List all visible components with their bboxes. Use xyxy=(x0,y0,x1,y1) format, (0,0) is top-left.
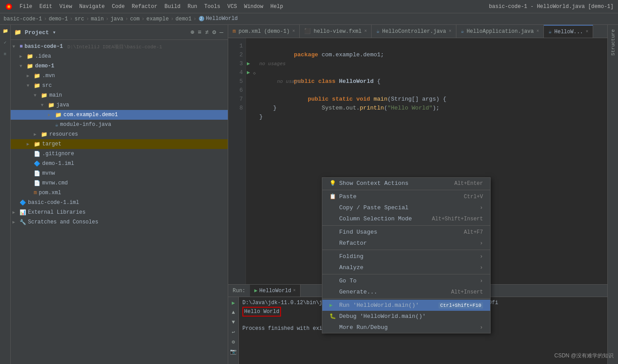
tree-main[interactable]: ▼ 📁 main xyxy=(11,90,228,100)
cm-show-context-actions[interactable]: 💡 Show Context Actions Alt+Enter xyxy=(322,178,490,189)
tree-mvnw[interactable]: ▶ 📄 mvnw xyxy=(11,168,228,178)
tree-target[interactable]: ▶ 📁 target xyxy=(11,139,228,149)
tree-com-example[interactable]: ▶ 📁 com.example.demo1 xyxy=(11,110,228,120)
breadcrumb-item[interactable]: demo1 xyxy=(175,16,191,22)
controller-icon: ☕ xyxy=(376,28,379,35)
camera-icon[interactable]: 📷 xyxy=(230,348,238,356)
tree-pom[interactable]: ▶ m pom.xml xyxy=(11,188,228,198)
menu-navigate[interactable]: Navigate xyxy=(76,3,107,11)
run-line3-icon[interactable]: ▶ xyxy=(247,59,254,68)
cm-paste[interactable]: 📋 Paste Ctrl+V xyxy=(322,191,490,202)
cm-find-usages[interactable]: Find Usages Alt+F7 xyxy=(322,227,490,238)
tab-pom-close[interactable]: × xyxy=(292,29,295,34)
tab-fxml[interactable]: ⬛ hello-view.fxml × xyxy=(300,25,372,38)
cm-copy-paste-special[interactable]: Copy / Paste Special › xyxy=(322,202,490,213)
expand-all-icon[interactable]: ≠ xyxy=(204,28,210,37)
tree-demo1-iml[interactable]: ▶ 🔷 demo-1.iml xyxy=(11,159,228,168)
run-line4-icon[interactable]: ▶◇ xyxy=(247,68,254,77)
menu-tools[interactable]: Tools xyxy=(202,3,223,11)
cm-refactor[interactable]: Refactor › xyxy=(322,238,490,249)
scroll-up-button[interactable]: ▲ xyxy=(230,309,238,317)
debug-icon: 🐛 xyxy=(329,313,337,320)
tab-application[interactable]: ☕ HelloApplication.java × xyxy=(456,25,544,38)
main-layout: 📁 ✓ ≡ 📁 Project ▾ ⊕ ≡ ≠ ⚙ — ▼ ■ basic-co… xyxy=(0,25,618,364)
tree-gitignore[interactable]: ▶ 📄 .gitignore xyxy=(11,149,228,159)
tree-basic-iml[interactable]: ▶ 🔷 basic-code-1.iml xyxy=(11,198,228,207)
project-title: 📁 Project ▾ xyxy=(14,29,56,36)
svg-text:J: J xyxy=(200,17,202,21)
structure-icon[interactable]: Structure xyxy=(608,27,618,58)
project-header: 📁 Project ▾ ⊕ ≡ ≠ ⚙ — xyxy=(11,25,228,40)
menu-file[interactable]: File xyxy=(17,3,35,11)
structure-side-icon[interactable]: ≡ xyxy=(1,50,10,59)
menu-build[interactable]: Build xyxy=(162,3,183,11)
breadcrumb: basic-code-1 › demo-1 › src › main › jav… xyxy=(0,13,618,25)
cm-label: Column Selection Mode xyxy=(339,215,423,222)
cm-debug-main[interactable]: 🐛 Debug 'HelloWorld.main()' xyxy=(322,311,490,322)
breadcrumb-sep: › xyxy=(70,16,73,22)
menu-edit[interactable]: Edit xyxy=(37,3,55,11)
breadcrumb-sep: › xyxy=(142,16,145,22)
commit-icon[interactable]: ✓ xyxy=(1,38,10,47)
menu-window[interactable]: Window xyxy=(242,3,266,11)
bottom-tab-helloworld[interactable]: ▶ HelloWorld × xyxy=(250,285,301,297)
tab-controller[interactable]: ☕ HelloController.java × xyxy=(372,25,456,38)
tree-demo1[interactable]: ▼ 📁 demo-1 xyxy=(11,61,228,71)
tree-java[interactable]: ▼ 📁 java xyxy=(11,100,228,110)
tab-helloworld-close[interactable]: × xyxy=(586,29,588,34)
cm-folding[interactable]: Folding › xyxy=(322,251,490,262)
project-icon[interactable]: 📁 xyxy=(1,27,10,35)
breadcrumb-item[interactable]: main xyxy=(91,16,104,22)
menu-code[interactable]: Code xyxy=(109,3,127,11)
tree-src[interactable]: ▼ 📁 src xyxy=(11,81,228,90)
bottom-tab-close[interactable]: × xyxy=(293,288,296,293)
tree-root[interactable]: ▼ ■ basic-code-1 D:\IntelliJ IDEA项目\basi… xyxy=(11,42,228,51)
watermark: CSDN @没有难学的知识 xyxy=(554,352,614,360)
tab-pom[interactable]: m pom.xml (demo-1) × xyxy=(228,25,300,38)
breadcrumb-item[interactable]: basic-code-1 xyxy=(4,16,42,22)
menu-vcs[interactable]: VCS xyxy=(225,3,240,11)
settings-btn[interactable]: ⚙ xyxy=(230,338,238,346)
tab-controller-close[interactable]: × xyxy=(449,29,452,34)
locate-icon[interactable]: ⊕ xyxy=(190,27,195,37)
application-icon: ☕ xyxy=(461,28,464,35)
breadcrumb-item[interactable]: example xyxy=(147,16,169,22)
menu-run[interactable]: Run xyxy=(185,3,200,11)
bottom-toolbar: ▶ ▲ ▼ ↩ ⚙ 📷 xyxy=(228,297,239,364)
breadcrumb-item[interactable]: java xyxy=(111,16,123,22)
cm-run-main[interactable]: ▶ Run 'HelloWorld.main()' Ctrl+Shift+F10 xyxy=(322,300,490,311)
breadcrumb-sep: › xyxy=(125,16,128,22)
menu-help[interactable]: Help xyxy=(268,3,286,11)
cm-generate[interactable]: Generate... Alt+Insert xyxy=(322,286,490,297)
tree-module-info[interactable]: ▶ ☕ module-info.java xyxy=(11,120,228,129)
breadcrumb-item[interactable]: demo-1 xyxy=(49,16,68,22)
cm-analyze[interactable]: Analyze › xyxy=(322,262,490,273)
cm-shortcut: Alt+Shift+Insert xyxy=(432,216,483,222)
menu-refactor[interactable]: Refactor xyxy=(129,3,160,11)
scroll-down-button[interactable]: ▼ xyxy=(230,318,238,326)
breadcrumb-item[interactable]: src xyxy=(75,16,84,22)
cm-column-selection[interactable]: Column Selection Mode Alt+Shift+Insert xyxy=(322,213,490,224)
tab-application-close[interactable]: × xyxy=(536,29,539,34)
code-line-7: } xyxy=(259,113,603,121)
breadcrumb-item[interactable]: com xyxy=(130,16,140,22)
tab-fxml-close[interactable]: × xyxy=(364,29,367,34)
cm-divider3 xyxy=(322,250,490,250)
collapse-all-icon[interactable]: ≡ xyxy=(197,28,202,37)
cm-more-run-debug[interactable]: More Run/Debug › xyxy=(322,322,490,333)
tree-idea[interactable]: ▶ 📁 .idea xyxy=(11,51,228,61)
cm-goto[interactable]: Go To › xyxy=(322,275,490,286)
tab-fxml-label: hello-view.fxml xyxy=(313,28,361,35)
tree-mvnw-cmd[interactable]: ▶ 📄 mvnw.cmd xyxy=(11,178,228,188)
menu-view[interactable]: View xyxy=(57,3,75,11)
tree-resources[interactable]: ▶ 📁 resources xyxy=(11,129,228,139)
tab-application-label: HelloApplication.java xyxy=(467,28,534,35)
run-button[interactable]: ▶ xyxy=(230,299,238,307)
tree-ext-libraries[interactable]: ▶ 📊 External Libraries xyxy=(11,207,228,217)
wrap-button[interactable]: ↩ xyxy=(230,328,238,336)
tree-mvn[interactable]: ▶ 📁 .mvn xyxy=(11,71,228,81)
tab-helloworld[interactable]: ☕ HelloW... × xyxy=(544,25,593,38)
settings-icon[interactable]: ⚙ xyxy=(211,27,217,37)
tree-scratches[interactable]: ▶ 🔧 Scratches and Consoles xyxy=(11,217,228,227)
hide-icon[interactable]: — xyxy=(219,28,224,37)
